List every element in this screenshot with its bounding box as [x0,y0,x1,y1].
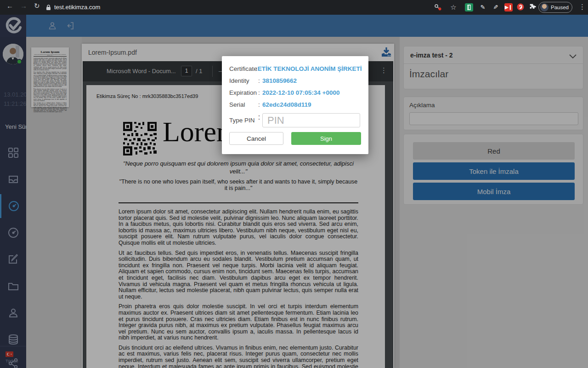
extension-quill-icon[interactable]: ✎ [479,3,487,12]
pin-row: Type PIN : [229,113,361,127]
identity-row: Identity : 3810859662 [229,77,361,84]
extension-green-book-icon[interactable] [465,3,473,12]
certificate-value: ETİK TEKNOLOJİ ANONİM ŞİRKETİ [258,65,362,72]
forward-icon[interactable]: → [20,2,27,10]
url-text[interactable]: test.etikimza.com [54,4,100,11]
bookmark-star-icon[interactable]: ☆ [449,3,458,12]
pin-input[interactable] [262,113,360,127]
back-icon[interactable]: ← [6,2,13,10]
browser-bar: ← → ↻ test.etikimza.com ☆ ✎ ✎ ▶❙ Paused … [0,0,588,15]
extension-hand-icon[interactable] [516,3,525,12]
certificate-row: Certificate : ETİK TEKNOLOJİ ANONİM ŞİRK… [229,65,361,72]
identity-value: 3810859662 [262,77,361,84]
serial-row: Serial : 62edc24d08d119 [229,101,361,108]
profile-label: Paused [551,5,569,10]
expiration-value: 2022-12-10 07:05:34 +0000 [262,89,361,96]
browser-menu-icon[interactable]: ⋮ [579,3,586,11]
reload-icon[interactable]: ↻ [34,2,40,10]
lock-icon [46,4,51,12]
expiration-row: Expiration : 2022-12-10 07:05:34 +0000 [229,89,361,96]
extension-pen-icon[interactable]: ✎ [492,3,500,12]
cancel-button[interactable]: Cancel [229,132,283,145]
sign-button[interactable]: Sign [291,132,361,145]
extensions-puzzle-icon[interactable] [528,3,537,12]
sign-dialog: Certificate : ETİK TEKNOLOJİ ANONİM ŞİRK… [222,56,368,154]
profile-button[interactable]: Paused [538,2,572,13]
password-key-icon[interactable] [434,3,442,12]
serial-value: 62edc24d08d119 [262,101,361,108]
profile-avatar [540,3,548,12]
modal-buttons: Cancel Sign [229,132,361,145]
extension-red-h-icon[interactable]: ▶❙ [504,3,513,12]
